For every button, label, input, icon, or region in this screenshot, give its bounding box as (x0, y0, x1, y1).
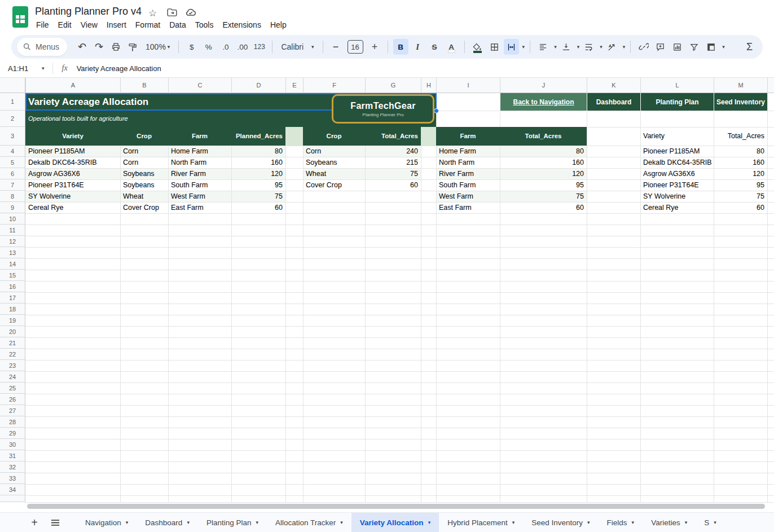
increase-font-size-button[interactable]: + (367, 39, 382, 55)
row-header-9[interactable]: 9 (0, 202, 25, 213)
chevron-down-icon[interactable]: ▾ (685, 520, 688, 525)
cell[interactable]: Cover Crop (120, 202, 168, 213)
cell[interactable]: 160 (714, 157, 767, 168)
column-header-F[interactable]: F (303, 78, 365, 93)
cell[interactable]: SY Wolverine (640, 191, 714, 202)
chevron-down-icon[interactable]: ▾ (256, 520, 258, 525)
cell[interactable]: 60 (714, 202, 767, 213)
pivot-table-button[interactable] (703, 39, 719, 55)
cell[interactable]: Soybeans (120, 179, 168, 191)
cell[interactable]: 160 (500, 157, 587, 168)
sheet-tab-varieties[interactable]: Varieties▾ (643, 513, 696, 532)
cell[interactable]: Corn (303, 146, 365, 157)
row-header-17[interactable]: 17 (0, 292, 25, 304)
row-header-14[interactable]: 14 (0, 258, 25, 270)
cell[interactable]: River Farm (436, 168, 500, 179)
move-folder-icon[interactable] (167, 8, 177, 16)
sheets-logo-icon[interactable] (12, 6, 29, 28)
cell[interactable]: Home Farm (168, 146, 231, 157)
cell[interactable]: 75 (714, 191, 767, 202)
add-sheet-button[interactable]: + (25, 513, 44, 532)
farmtechgear-logo[interactable]: FarmTechGear Planting Planner Pro (332, 94, 434, 124)
cell[interactable]: Asgrow AG36X6 (640, 168, 714, 179)
all-sheets-button[interactable] (44, 513, 67, 532)
cell[interactable]: Home Farm (436, 146, 500, 157)
row-header-29[interactable]: 29 (0, 428, 25, 439)
row-header-5[interactable]: 5 (0, 157, 25, 168)
grid-corner[interactable] (0, 78, 25, 93)
cell[interactable]: North Farm (168, 157, 231, 168)
cell[interactable]: 60 (231, 202, 285, 213)
text-color-button[interactable]: A (444, 39, 459, 55)
cell[interactable]: Wheat (120, 191, 168, 202)
sheet-tab-dashboard[interactable]: Dashboard▾ (137, 513, 198, 532)
insert-chart-button[interactable] (670, 39, 685, 55)
row-header-2[interactable]: 2 (0, 111, 25, 127)
cell[interactable]: North Farm (436, 157, 500, 168)
menu-file[interactable]: File (32, 19, 54, 31)
name-box[interactable]: A1:H1 (0, 64, 42, 73)
chevron-down-icon[interactable]: ▾ (714, 520, 716, 525)
cell[interactable]: 215 (365, 157, 421, 168)
cell[interactable]: 80 (714, 146, 767, 157)
merge-cells-button[interactable] (504, 39, 519, 55)
insert-link-button[interactable] (636, 39, 651, 55)
cell[interactable]: Corn (120, 146, 168, 157)
cell[interactable]: Dekalb DKC64-35RIB (640, 157, 714, 168)
column-header-E[interactable]: E (285, 78, 303, 93)
column-header-J[interactable]: J (500, 78, 587, 93)
zoom-select[interactable]: 100% ▾ (142, 39, 173, 55)
cell[interactable]: River Farm (168, 168, 231, 179)
functions-button[interactable]: Σ (742, 39, 757, 55)
row-header-19[interactable]: 19 (0, 315, 25, 326)
sheet-tab-seed-inventory[interactable]: Seed Inventory▾ (523, 513, 598, 532)
sheet-tab-fields[interactable]: Fields▾ (599, 513, 643, 532)
row-header-26[interactable]: 26 (0, 394, 25, 405)
column-header-H[interactable]: H (421, 78, 436, 93)
menu-extensions[interactable]: Extensions (218, 19, 265, 31)
cell[interactable]: 240 (365, 146, 421, 157)
cell[interactable]: SY Wolverine (25, 191, 120, 202)
currency-format-button[interactable]: $ (184, 39, 199, 55)
cell[interactable]: 80 (231, 146, 285, 157)
font-size-input[interactable]: 16 (348, 40, 363, 54)
insert-comment-button[interactable] (653, 39, 668, 55)
row-header-24[interactable]: 24 (0, 371, 25, 382)
row-header-4[interactable]: 4 (0, 146, 25, 157)
sheet-tab-allocation-tracker[interactable]: Allocation Tracker▾ (267, 513, 351, 532)
cell[interactable]: 95 (231, 179, 285, 191)
cell[interactable]: Pioneer P1185AM (25, 146, 120, 157)
chevron-down-icon[interactable]: ▾ (632, 520, 635, 525)
row-header-10[interactable]: 10 (0, 213, 25, 225)
cell[interactable]: Pioneer P31T64E (640, 179, 714, 191)
print-button[interactable] (108, 39, 124, 55)
chevron-down-icon[interactable]: ▾ (554, 44, 557, 50)
cell[interactable]: 160 (231, 157, 285, 168)
column-header-M[interactable]: M (714, 78, 767, 93)
cell[interactable]: 75 (365, 168, 421, 179)
cell[interactable]: Asgrow AG36X6 (25, 168, 120, 179)
column-header-B[interactable]: B (120, 78, 168, 93)
cell[interactable]: Wheat (303, 168, 365, 179)
column-header-I[interactable]: I (436, 78, 500, 93)
menu-view[interactable]: View (76, 19, 102, 31)
more-formats-button[interactable]: 123 (252, 39, 267, 55)
chevron-down-icon[interactable]: ▾ (126, 520, 129, 525)
increase-decimal-button[interactable]: .00 (235, 39, 250, 55)
row-header-32[interactable]: 32 (0, 461, 25, 473)
row-header-8[interactable]: 8 (0, 191, 25, 202)
cloud-status-icon[interactable] (185, 8, 196, 16)
row-header-31[interactable]: 31 (0, 450, 25, 461)
chevron-down-icon[interactable]: ▾ (187, 520, 190, 525)
text-rotation-button[interactable]: A (604, 39, 619, 55)
cell[interactable]: 120 (714, 168, 767, 179)
menu-tools[interactable]: Tools (191, 19, 218, 31)
cell[interactable]: 80 (500, 146, 587, 157)
row-header-7[interactable]: 7 (0, 179, 25, 191)
column-header-K[interactable]: K (587, 78, 640, 93)
strikethrough-button[interactable]: S (427, 39, 442, 55)
menu-insert[interactable]: Insert (102, 19, 131, 31)
formula-input[interactable]: Variety Acreage Allocation (77, 64, 161, 73)
cell[interactable]: 60 (365, 179, 421, 191)
text-wrap-button[interactable] (581, 39, 596, 55)
